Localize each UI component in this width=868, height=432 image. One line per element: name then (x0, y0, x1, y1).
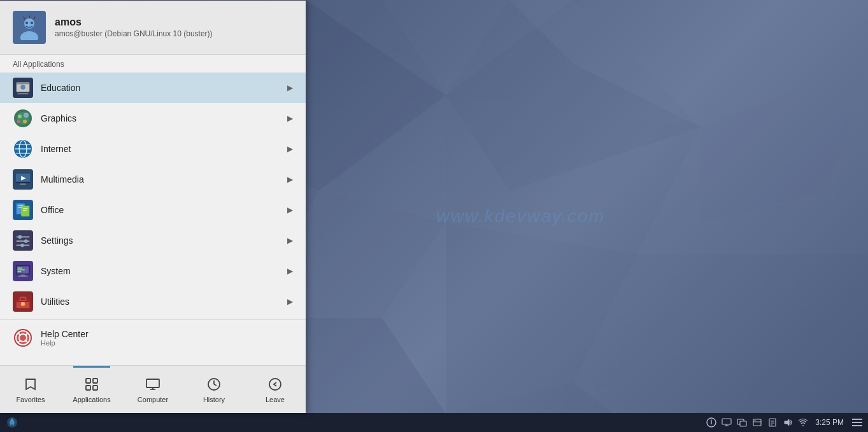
window-tray-icon[interactable] (736, 417, 748, 428)
svg-point-91 (269, 379, 281, 390)
svg-point-28 (20, 85, 25, 89)
svg-point-105 (755, 420, 756, 421)
helpcenter-text-group: Help Center Help (41, 329, 89, 347)
menu-item-utilities[interactable]: Utilities ▶ (0, 286, 306, 317)
svg-rect-29 (18, 93, 29, 94)
app-menu: amos amos@buster (Debian GNU/Linux 10 (b… (0, 1, 306, 413)
graphics-label: Graphics (41, 113, 280, 123)
menu-item-multimedia[interactable]: Multimedia ▶ (0, 164, 306, 195)
leave-label: Leave (266, 396, 285, 403)
menu-items-list: Education ▶ Graphics ▶ (0, 73, 306, 365)
svg-point-35 (17, 120, 20, 123)
taskbar-left (4, 415, 20, 429)
svg-rect-50 (18, 207, 22, 207)
menu-item-office[interactable]: Office ▶ (0, 195, 306, 225)
menu-divider (0, 319, 306, 320)
svg-line-90 (214, 384, 217, 386)
taskbar-time: 3:25 PM (815, 418, 844, 427)
svg-rect-45 (20, 184, 25, 185)
graphics-arrow: ▶ (287, 114, 293, 123)
system-icon (13, 261, 33, 281)
history-icon (205, 375, 223, 393)
applications-icon (83, 375, 101, 393)
nav-tab-applications[interactable]: Applications (61, 366, 122, 413)
menu-line-3 (852, 425, 862, 426)
display-tray-icon[interactable] (721, 417, 732, 428)
menu-item-education[interactable]: Education ▶ (0, 73, 306, 103)
user-details: amos@buster (Debian GNU/Linux 10 (buster… (55, 29, 213, 38)
svg-point-33 (24, 113, 29, 118)
utilities-arrow: ▶ (287, 297, 293, 306)
system-arrow: ▶ (287, 267, 293, 275)
svg-rect-85 (146, 379, 159, 387)
taskbar-right: 3:25 PM (706, 415, 864, 429)
svg-rect-84 (93, 386, 97, 390)
network-tray-icon[interactable] (797, 417, 809, 428)
menu-item-internet[interactable]: Internet ▶ (0, 134, 306, 164)
multimedia-icon (13, 169, 33, 190)
applications-label: Applications (73, 396, 110, 403)
avatar (13, 11, 46, 44)
svg-rect-52 (23, 210, 27, 211)
graphics-icon (13, 108, 33, 129)
svg-marker-110 (785, 419, 789, 426)
desktop-watermark: www.kdevway.com (437, 206, 605, 226)
settings-arrow: ▶ (287, 236, 293, 245)
user-info: amos amos@buster (Debian GNU/Linux 10 (b… (55, 17, 213, 38)
svg-rect-67 (18, 275, 28, 276)
helpcenter-label: Help Center (41, 329, 89, 339)
start-button[interactable] (4, 415, 20, 429)
svg-point-59 (20, 244, 24, 247)
favorites-label: Favorites (16, 396, 45, 403)
education-arrow: ▶ (287, 83, 293, 92)
user-name: amos (55, 17, 213, 28)
menu-line-2 (852, 422, 862, 423)
utilities-icon (13, 291, 33, 312)
bottom-nav: Favorites Applications Co (0, 365, 306, 413)
nav-tab-favorites[interactable]: Favorites (0, 366, 61, 413)
menu-line-1 (852, 419, 862, 420)
svg-point-21 (31, 22, 33, 24)
svg-point-34 (23, 120, 27, 123)
nav-tab-history[interactable]: History (183, 366, 245, 413)
computer-label: Computer (138, 396, 168, 403)
clipboard-tray-icon[interactable] (767, 417, 778, 428)
internet-arrow: ▶ (287, 144, 293, 153)
svg-rect-51 (23, 208, 27, 209)
helpcenter-sub: Help (41, 339, 89, 347)
menu-item-helpcenter[interactable]: Help Center Help (0, 323, 306, 353)
nav-tab-computer[interactable]: Computer (122, 366, 183, 413)
storage-tray-icon[interactable] (751, 417, 763, 428)
info-tray-icon[interactable] (706, 417, 717, 428)
leave-icon (266, 375, 284, 393)
svg-point-57 (24, 239, 28, 243)
system-label: System (41, 266, 280, 276)
internet-icon (13, 139, 33, 159)
svg-rect-83 (86, 386, 90, 390)
svg-rect-98 (722, 419, 731, 424)
svg-rect-82 (93, 379, 97, 383)
menu-item-settings[interactable]: Settings ▶ (0, 225, 306, 256)
helpcenter-icon (13, 328, 33, 348)
svg-rect-48 (21, 206, 29, 216)
office-icon (13, 200, 33, 220)
menu-item-graphics[interactable]: Graphics ▶ (0, 103, 306, 134)
nav-tab-leave[interactable]: Leave (245, 366, 306, 413)
utilities-label: Utilities (41, 296, 280, 307)
computer-icon (144, 375, 162, 393)
menu-item-system[interactable]: System ▶ (0, 256, 306, 286)
svg-rect-66 (20, 275, 25, 276)
svg-point-20 (25, 22, 28, 24)
svg-rect-49 (18, 206, 23, 206)
multimedia-label: Multimedia (41, 174, 280, 185)
user-header: amos amos@buster (Debian GNU/Linux 10 (b… (0, 1, 306, 55)
volume-tray-icon[interactable] (782, 417, 793, 428)
svg-rect-81 (86, 379, 90, 383)
svg-point-55 (18, 235, 22, 239)
svg-rect-27 (17, 83, 30, 85)
favorites-icon (22, 375, 39, 393)
settings-label: Settings (41, 235, 280, 246)
taskbar-menu-button[interactable] (850, 415, 864, 429)
svg-rect-72 (21, 302, 25, 306)
svg-rect-102 (740, 421, 746, 426)
